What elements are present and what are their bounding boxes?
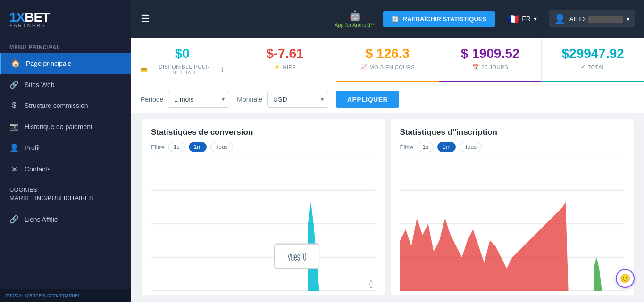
refresh-button[interactable]: 🔄 RAFRAÎCHIR STATISTIQUES <box>383 11 495 27</box>
user-area[interactable]: 👤 Aff ID: ████████ ▾ <box>549 10 635 27</box>
structure-commission-icon: $ <box>9 101 19 110</box>
conversion-filter-label: Filtre <box>151 144 165 151</box>
monnaie-group: Monnaie USDEURGBP ▾ <box>237 91 328 108</box>
language-selector[interactable]: 🇫🇷 FR ▾ <box>502 10 542 27</box>
stat-icon-30-jours: 📅 <box>472 64 479 70</box>
structure-commission-label: Structure commission <box>25 102 88 109</box>
inscription-chart-title: Statistiques d''inscription <box>400 128 625 137</box>
stat-label-total: ✔ TOTAL <box>551 64 635 70</box>
user-name: Aff ID: ████████ <box>569 16 623 23</box>
inscription-chart-card: Statistiques d''inscription Filtre 1s 1m… <box>391 119 634 295</box>
stat-label-mois-en-cours: 📈 MOIS EN COURS <box>346 64 429 70</box>
user-account-icon: 👤 <box>554 13 566 24</box>
periode-select[interactable]: 1 jour1 semaine1 mois3 mois6 mois1 an <box>168 91 229 108</box>
conversion-chart-title: Statistiques de conversion <box>151 128 376 137</box>
historique-paiement-icon: 📷 <box>9 122 19 131</box>
monnaie-select-wrapper: USDEURGBP ▾ <box>267 91 328 108</box>
periode-label: Période <box>141 96 163 103</box>
main-content: ☰ 🤖 App for Android™ 🔄 RAFRAÎCHIR STATIS… <box>131 0 644 302</box>
inscription-chart-area <box>400 157 625 291</box>
sidebar-item-structure-commission[interactable]: $Structure commission <box>0 95 131 116</box>
conversion-filter-1m[interactable]: 1m <box>189 142 207 152</box>
lang-chevron-icon: ▾ <box>534 15 537 23</box>
inscription-filter-1s[interactable]: 1s <box>417 142 434 152</box>
apply-button[interactable]: APPLIQUER <box>336 91 399 108</box>
page-principale-icon: 🏠 <box>11 59 20 68</box>
sidebar: 1XBET PARTNERS MENU PRINCIPAL 🏠Page prin… <box>0 0 131 302</box>
inscription-chart-svg <box>400 157 625 291</box>
logo-sub: PARTNERS <box>9 23 50 28</box>
content-area: Statistiques de conversion Filtre 1s 1m … <box>131 113 644 302</box>
stat-label-disponible: 💳 DISPONIBLE POUR RETRAIT ℹ <box>141 64 224 75</box>
monnaie-select[interactable]: USDEURGBP <box>267 91 328 108</box>
profil-label: Profil <box>25 144 40 152</box>
conversion-chart-svg: Vues: 0 0 <box>151 157 376 291</box>
monnaie-label: Monnaie <box>237 96 262 103</box>
sidebar-item-cookies[interactable]: COOKIES MARKETING/PUBLICITAIRES <box>0 180 131 209</box>
chat-icon: 🙂 <box>620 273 630 284</box>
profil-icon: 👤 <box>9 143 19 152</box>
android-icon: 🤖 <box>349 10 361 21</box>
controls-row: Période 1 jour1 semaine1 mois3 mois6 moi… <box>131 82 644 113</box>
stat-icon-hier: ⚡ <box>274 64 281 70</box>
conversion-filter-row: Filtre 1s 1m Tous <box>151 142 376 152</box>
hamburger-icon[interactable]: ☰ <box>141 13 150 25</box>
inscription-filter-label: Filtre <box>400 144 414 151</box>
chat-bubble[interactable]: 🙂 <box>616 269 635 288</box>
stat-value-30-jours: $ 1909.52 <box>449 46 532 61</box>
user-chevron-icon: ▾ <box>627 16 630 23</box>
stats-bar: $0 💳 DISPONIBLE POUR RETRAIT ℹ $-7.61 ⚡ … <box>131 38 644 82</box>
stat-icon-total: ✔ <box>581 64 585 70</box>
sites-web-label: Sites Web <box>25 81 55 89</box>
inscription-filter-1m[interactable]: 1m <box>437 142 456 152</box>
stat-value-disponible: $0 <box>141 46 224 61</box>
contacts-label: Contacts <box>25 165 50 173</box>
inscription-filter-tous[interactable]: Tous <box>460 142 482 152</box>
topbar: ☰ 🤖 App for Android™ 🔄 RAFRAÎCHIR STATIS… <box>131 0 644 38</box>
stat-label-hier: ⚡ HIER <box>243 64 327 70</box>
stat-label-30-jours: 📅 30 JOURS <box>449 64 532 70</box>
flag-icon: 🇫🇷 <box>507 13 519 24</box>
svg-marker-14 <box>400 202 625 291</box>
stat-value-hier: $-7.61 <box>243 46 327 61</box>
sidebar-item-sites-web[interactable]: 🔗Sites Web <box>0 74 131 95</box>
contacts-icon: ✉ <box>9 164 19 173</box>
sidebar-item-historique-paiement[interactable]: 📷Historique de paiement <box>0 116 131 137</box>
conversion-chart-area: Vues: 0 0 <box>151 157 376 291</box>
sidebar-item-profil[interactable]: 👤Profil <box>0 137 131 158</box>
conversion-filter-tous[interactable]: Tous <box>210 142 233 152</box>
menu-label: MENU PRINCIPAL <box>0 38 131 53</box>
sidebar-item-contacts[interactable]: ✉Contacts <box>0 158 131 180</box>
info-icon: ℹ <box>221 66 224 73</box>
stat-card-total: $29947.92 ✔ TOTAL <box>542 38 644 82</box>
svg-marker-15 <box>591 257 602 291</box>
liens-affilie-label: Liens Affilié <box>25 216 58 223</box>
liens-affilie-icon: 🔗 <box>9 215 19 224</box>
refresh-label: RAFRAÎCHIR STATISTIQUES <box>403 16 486 23</box>
inscription-filter-row: Filtre 1s 1m Tous <box>400 142 625 152</box>
language-label: FR <box>522 15 531 23</box>
android-label: App for Android™ <box>335 22 376 28</box>
refresh-icon: 🔄 <box>392 16 399 23</box>
svg-text:Vues: 0: Vues: 0 <box>287 251 306 263</box>
svg-text:0: 0 <box>369 278 373 291</box>
sites-web-icon: 🔗 <box>9 80 19 89</box>
periode-group: Période 1 jour1 semaine1 mois3 mois6 moi… <box>141 91 229 108</box>
stat-card-30-jours: $ 1909.52 📅 30 JOURS <box>439 38 542 82</box>
android-badge[interactable]: 🤖 App for Android™ <box>335 10 376 28</box>
nav-list: 🏠Page principale🔗Sites Web$Structure com… <box>0 53 131 230</box>
conversion-chart-card: Statistiques de conversion Filtre 1s 1m … <box>142 119 385 295</box>
stat-card-mois-en-cours: $ 126.3 📈 MOIS EN COURS <box>336 38 439 82</box>
stat-card-hier: $-7.61 ⚡ HIER <box>234 38 337 82</box>
conversion-filter-1s[interactable]: 1s <box>168 142 185 152</box>
sidebar-status-bar: https://1xpartners.com/fr/partner <box>0 289 131 302</box>
logo-text: 1XBET <box>9 10 50 25</box>
periode-select-wrapper: 1 jour1 semaine1 mois3 mois6 mois1 an ▾ <box>168 91 229 108</box>
stat-card-disponible: $0 💳 DISPONIBLE POUR RETRAIT ℹ <box>131 38 234 82</box>
historique-paiement-label: Historique de paiement <box>25 123 92 131</box>
sidebar-item-page-principale[interactable]: 🏠Page principale <box>0 53 131 74</box>
stat-value-total: $29947.92 <box>551 46 635 61</box>
stat-icon-mois-en-cours: 📈 <box>360 64 368 70</box>
sidebar-item-liens-affilie[interactable]: 🔗Liens Affilié <box>0 209 131 230</box>
stat-value-mois-en-cours: $ 126.3 <box>346 46 429 61</box>
